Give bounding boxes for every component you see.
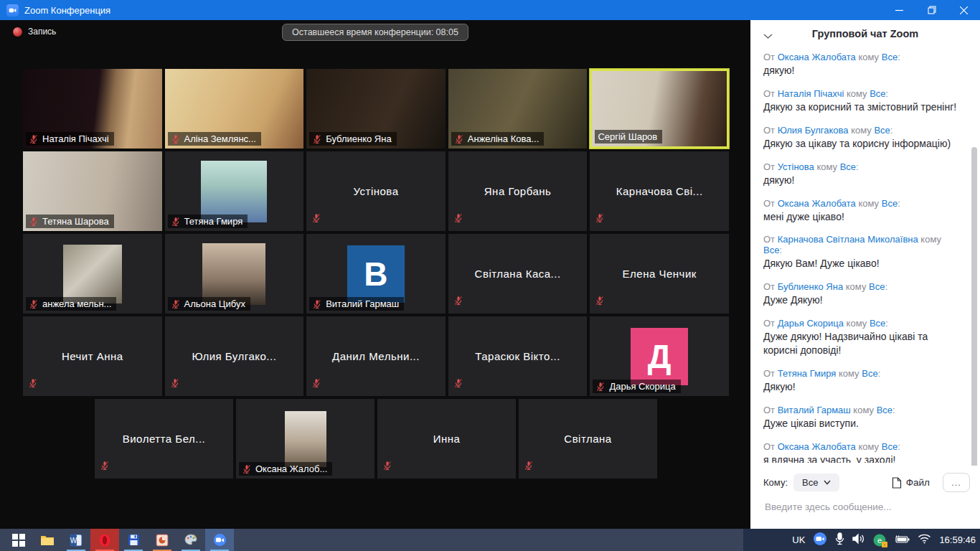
file-button[interactable]: Файл	[892, 477, 930, 489]
recipient-value: Все	[802, 477, 818, 488]
participant-tile[interactable]: Данил Мельни...	[306, 316, 446, 396]
chat-message: От Оксана Жалобата кому Все:я вдячна за …	[763, 441, 958, 463]
sender-name[interactable]: Устінова	[778, 161, 814, 172]
participant-name-label: Анжеліна Кова...	[451, 132, 544, 146]
participant-tile[interactable]: Карначова Сві...	[590, 151, 729, 231]
muted-mic-icon	[29, 134, 39, 144]
participant-tile[interactable]: Світлана Каса...	[448, 234, 588, 314]
taskbar-zoom[interactable]	[205, 529, 234, 551]
participant-tile[interactable]: Тетяна Гмиря	[165, 151, 304, 231]
taskbar-powerpoint[interactable]	[148, 529, 176, 551]
sender-name[interactable]: Наталія Пічахчі	[778, 88, 844, 99]
recipient-dropdown[interactable]: Все	[793, 474, 839, 491]
recipient-name[interactable]: Все	[763, 245, 779, 255]
speaker-icon[interactable]	[852, 533, 865, 547]
recipient-name[interactable]: Все	[882, 441, 897, 452]
participant-name-label: Виталий Гармаш	[309, 297, 404, 311]
participant-tile[interactable]: Наталія Пічахчі	[23, 69, 162, 149]
chat-message-meta: От Наталія Пічахчі кому Все:	[763, 88, 958, 99]
recipient-name[interactable]: Все	[869, 281, 885, 292]
sender-name[interactable]: Бублиенко Яна	[778, 281, 843, 292]
participant-tile[interactable]: Устінова	[306, 151, 446, 231]
muted-mic-icon	[171, 134, 181, 144]
restore-button[interactable]	[915, 0, 948, 20]
recording-indicator[interactable]: Запись	[13, 27, 56, 37]
participant-tile[interactable]: ВВиталий Гармаш	[306, 234, 446, 314]
chat-message-text: Дуже Дякую!	[763, 293, 958, 307]
participant-tile[interactable]: ДДарья Скорица	[590, 316, 729, 396]
participant-tile[interactable]: Сергій Шаров	[590, 69, 729, 149]
muted-mic-icon	[453, 213, 463, 223]
recipient-name[interactable]: Все	[882, 52, 897, 62]
antivirus-tray-icon[interactable]: e !	[873, 534, 886, 547]
muted-mic-icon	[28, 378, 38, 388]
sender-name[interactable]: Виталий Гармаш	[778, 405, 851, 415]
sender-name[interactable]: Дарья Скорица	[778, 318, 844, 329]
chat-message-meta: От Бублиенко Яна кому Все:	[763, 281, 958, 292]
participant-tile[interactable]: Аліна Землянс...	[165, 69, 304, 149]
recipient-name[interactable]: Все	[870, 318, 885, 329]
clock[interactable]: 16:59:46	[939, 534, 976, 545]
taskbar-file-explorer[interactable]	[33, 529, 62, 551]
participant-tile[interactable]: Инна	[377, 399, 516, 479]
taskbar-save-app[interactable]	[119, 529, 148, 551]
participant-tile[interactable]: Світлана	[519, 399, 657, 479]
taskbar-opera[interactable]	[90, 529, 119, 551]
recipient-name[interactable]: Все	[870, 88, 885, 99]
minimize-button[interactable]	[883, 0, 915, 20]
recipient-name[interactable]: Все	[882, 198, 897, 209]
sender-name[interactable]: Оксана Жалобата	[778, 441, 856, 452]
sender-name[interactable]: Оксана Жалобата	[778, 198, 856, 209]
wifi-icon[interactable]	[918, 534, 931, 547]
participant-tile[interactable]: Анжеліна Кова...	[448, 69, 588, 149]
close-button[interactable]	[948, 0, 980, 20]
tray-zoom-icon[interactable]	[813, 532, 827, 549]
sender-name[interactable]: Тетяна Гмиря	[778, 368, 837, 379]
to-label: кому	[856, 52, 882, 62]
from-label: От	[763, 318, 778, 329]
colon: :	[856, 161, 859, 172]
muted-mic-icon	[595, 213, 605, 223]
muted-mic-icon	[595, 296, 605, 306]
participant-name-centered: Яна Горбань	[448, 151, 588, 231]
participant-tile[interactable]: Нечит Анна	[23, 316, 162, 396]
screen: Zoom Конференция Запись Оставшееся время…	[0, 0, 980, 551]
participant-name-centered: Данил Мельни...	[306, 316, 446, 396]
participant-name: Дарья Скорица	[609, 381, 675, 392]
chat-panel: Групповой чат Zoom От Оксана Жалобата ко…	[750, 20, 980, 529]
participant-tile[interactable]: Тетяна Шарова	[23, 151, 162, 231]
window-titlebar: Zoom Конференция	[0, 0, 980, 20]
sender-name[interactable]: Юлия Булгакова	[778, 125, 849, 136]
from-label: От	[763, 198, 778, 209]
participant-tile[interactable]: Юлия Булгако...	[165, 316, 304, 396]
recipient-name[interactable]: Все	[840, 161, 856, 172]
recipient-name[interactable]: Все	[877, 405, 892, 415]
recipient-name[interactable]: Все	[862, 368, 877, 379]
more-options-button[interactable]: ...	[943, 473, 970, 492]
microphone-icon[interactable]	[835, 532, 844, 548]
participant-tile[interactable]: Альона Цибух	[165, 234, 304, 314]
taskbar-paint[interactable]	[176, 529, 205, 551]
recipient-name[interactable]: Все	[874, 125, 890, 136]
chevron-down-icon[interactable]	[763, 29, 773, 42]
sender-name[interactable]: Карначова Світлана Миколаївна	[778, 234, 918, 245]
chat-scrollbar[interactable]	[971, 147, 977, 468]
language-indicator[interactable]: UK	[792, 534, 805, 545]
participant-tile[interactable]: Тарасюк Вікто...	[448, 316, 588, 396]
taskbar-word[interactable]: W	[62, 529, 90, 551]
sender-name[interactable]: Оксана Жалобата	[778, 52, 856, 62]
start-button[interactable]	[4, 529, 33, 551]
warning-badge-icon: !	[882, 542, 887, 547]
participant-tile[interactable]: Оксана Жалоб...	[236, 399, 374, 479]
participant-tile[interactable]: анжела мельн...	[23, 234, 162, 314]
participant-tile[interactable]: Виолетта Бел...	[95, 399, 233, 479]
muted-mic-icon	[312, 299, 322, 309]
muted-indicator	[100, 461, 110, 474]
to-label: кому	[814, 161, 840, 172]
participant-tile[interactable]: Яна Горбань	[448, 151, 588, 231]
chat-message-input[interactable]	[763, 501, 967, 513]
battery-charging-icon[interactable]	[894, 534, 910, 547]
participant-tile[interactable]: Бублиенко Яна	[306, 69, 446, 149]
participant-tile[interactable]: Елена Ченчик	[590, 234, 729, 314]
to-label: кому	[856, 441, 882, 452]
